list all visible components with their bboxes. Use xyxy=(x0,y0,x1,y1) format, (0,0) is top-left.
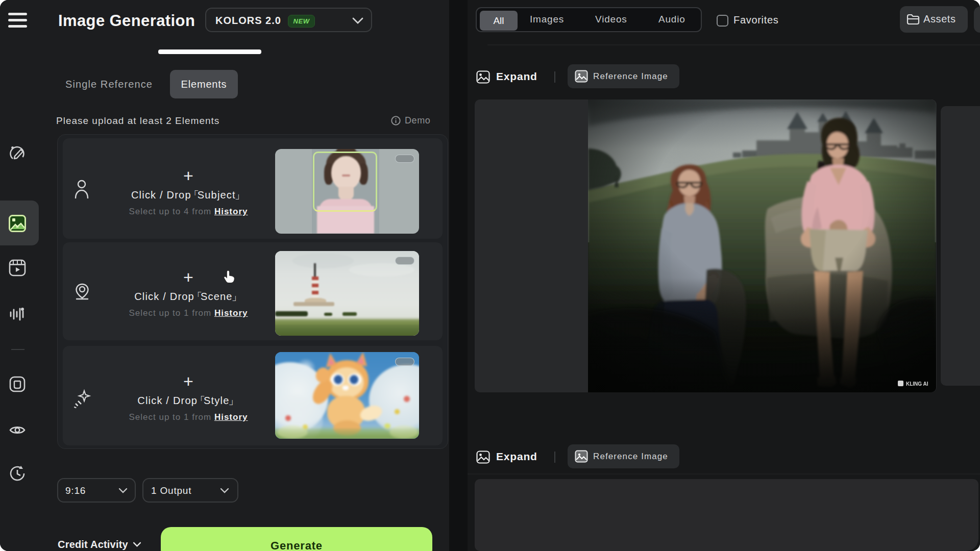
svg-text:KLING AI: KLING AI xyxy=(906,381,928,387)
